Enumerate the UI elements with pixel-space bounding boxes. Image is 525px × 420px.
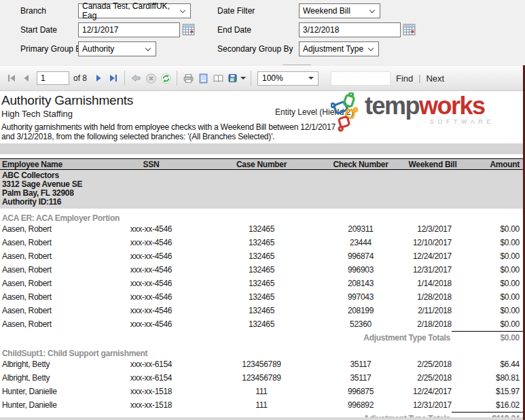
- start-date-calendar-button[interactable]: [182, 23, 195, 36]
- page-number-input[interactable]: [37, 71, 69, 85]
- table-cell: 996903: [319, 265, 402, 275]
- table-row: Albright, Bettyxxx-xx-615412345678935117…: [0, 357, 523, 371]
- table-row: Aasen, Robertxxx-xx-454613246520931112/3…: [0, 222, 523, 236]
- table-cell: Hunter, Danielle: [0, 387, 98, 396]
- table-cell: Albright, Betty: [0, 373, 98, 383]
- stop-button[interactable]: [143, 70, 158, 86]
- start-date-label: Start Date: [20, 25, 57, 35]
- authority-address-1: 3312 Sage Avenue SE: [2, 180, 523, 189]
- find-button[interactable]: Find: [396, 73, 413, 84]
- zoom-dropdown[interactable]: 100%: [257, 71, 319, 86]
- table-cell: $0.00: [463, 224, 523, 234]
- refresh-button[interactable]: [158, 70, 173, 86]
- column-header-case-number: Case Number: [204, 160, 319, 169]
- section-heading: ChildSupt1: Child Support garnishment: [2, 349, 523, 357]
- table-cell: xxx-xx-6154: [98, 373, 204, 383]
- table-cell: $80.81: [463, 373, 523, 383]
- print-layout-icon: [198, 73, 209, 84]
- table-cell: $0.00: [463, 292, 523, 302]
- table-cell: Aasen, Robert: [0, 292, 98, 302]
- previous-page-button[interactable]: [19, 70, 34, 86]
- table-cell: xxx-xx-4546: [98, 224, 204, 234]
- end-date-input[interactable]: [299, 22, 401, 37]
- table-cell: xxx-xx-1518: [98, 400, 204, 410]
- find-next-button[interactable]: Next: [426, 73, 444, 84]
- tempworks-logo-text: tempworks SOFTWARE: [365, 92, 485, 120]
- table-cell: 1/28/2018: [402, 292, 463, 302]
- table-cell: 111: [204, 400, 319, 410]
- table-cell: $16.02: [463, 400, 523, 410]
- table-cell: Aasen, Robert: [0, 251, 98, 261]
- table-sections: ACA ER: ACA Employer PortionAasen, Rober…: [0, 213, 523, 420]
- table-row: Aasen, Robertxxx-xx-454613246599690312/3…: [0, 263, 523, 277]
- authority-id: Authority ID:116: [2, 198, 523, 207]
- table-cell: 2/11/2018: [402, 306, 463, 315]
- export-button[interactable]: [225, 70, 247, 86]
- zoom-dropdown-icon: [308, 77, 314, 80]
- table-cell: $0.00: [463, 319, 523, 329]
- table-cell: 12/31/2017: [402, 265, 463, 275]
- report-viewer-window: Branch Start Date Primary Group By Date …: [0, 0, 525, 420]
- table-cell: xxx-xx-4546: [98, 265, 204, 275]
- report-canvas: Authority Garnishments High Tech Staffin…: [0, 91, 523, 420]
- table-cell: 52360: [319, 319, 402, 329]
- table-row: Aasen, Robertxxx-xx-45461324659970431/28…: [0, 290, 523, 304]
- table-cell: 111: [204, 387, 319, 396]
- table-cell: 132465: [204, 224, 319, 234]
- table-cell: 209311: [319, 224, 402, 234]
- next-page-icon: [93, 73, 104, 84]
- start-date-input[interactable]: [78, 22, 180, 37]
- page-setup-button[interactable]: [211, 70, 225, 86]
- next-page-button[interactable]: [91, 70, 106, 86]
- last-page-button[interactable]: [106, 70, 121, 86]
- table-cell: 132465: [204, 306, 319, 315]
- table-cell: Aasen, Robert: [0, 238, 98, 247]
- page-count-label: of 8: [73, 73, 87, 83]
- column-header-amount: Amount: [463, 160, 523, 169]
- tempworks-logo: tempworks SOFTWARE: [331, 92, 485, 132]
- branch-dropdown[interactable]: Canada Test, CardiffUK, Eag: [78, 3, 191, 18]
- print-layout-button[interactable]: [196, 70, 211, 86]
- logo-word-works: works: [419, 92, 485, 120]
- table-row: Aasen, Robertxxx-xx-45461324652081992/11…: [0, 304, 523, 317]
- end-date-calendar-button[interactable]: [403, 23, 416, 36]
- column-header-employee-name: Employee Name: [0, 160, 98, 169]
- toolbar-separator: [124, 71, 125, 86]
- chevron-down-icon: [180, 7, 185, 12]
- table-cell: $0.00: [463, 306, 523, 315]
- table-cell: 996892: [319, 400, 402, 410]
- table-cell: 12/24/2017: [402, 387, 463, 396]
- table-cell: 208143: [319, 279, 402, 288]
- export-icon: [228, 73, 238, 84]
- previous-page-icon: [21, 73, 32, 84]
- table-cell: xxx-xx-4546: [98, 306, 204, 315]
- print-button[interactable]: [181, 70, 196, 86]
- first-page-button[interactable]: [4, 70, 19, 86]
- date-filter-dropdown[interactable]: Weekend Bill: [299, 3, 380, 18]
- table-cell: xxx-xx-4546: [98, 251, 204, 261]
- table-cell: xxx-xx-4546: [98, 292, 204, 302]
- secondary-group-by-dropdown[interactable]: Adjustment Type: [299, 41, 379, 56]
- primary-group-by-dropdown[interactable]: Authority: [78, 41, 156, 56]
- table-row: Hunter, Daniellexxx-xx-151811199687512/2…: [0, 385, 523, 398]
- authority-address-2: Palm Bay, FL 32908: [2, 189, 523, 198]
- tempworks-logo-mark: [331, 92, 362, 132]
- table-cell: 12/24/2017: [402, 251, 463, 261]
- find-next-separator: |: [418, 73, 420, 83]
- table-cell: $0.00: [463, 279, 523, 288]
- report-toolbar: of 8: [0, 65, 525, 91]
- table-cell: Aasen, Robert: [0, 224, 98, 234]
- last-page-icon: [108, 73, 119, 84]
- back-button[interactable]: [128, 70, 143, 86]
- table-cell: 132465: [204, 319, 319, 329]
- date-filter-label: Date Filter: [217, 6, 255, 16]
- section-heading: ACA ER: ACA Employer Portion: [2, 213, 523, 222]
- stop-icon: [145, 73, 157, 84]
- table-cell: 2/18/2018: [402, 319, 463, 329]
- table-header-row: Employee Name SSN Case Number Check Numb…: [0, 158, 523, 170]
- table-row: Hunter, Daniellexxx-xx-151811199689212/3…: [0, 398, 523, 412]
- find-input[interactable]: [331, 71, 391, 86]
- branch-label: Branch: [20, 6, 46, 16]
- table-cell: 2/25/2018: [402, 360, 463, 369]
- table-cell: 996875: [319, 387, 402, 396]
